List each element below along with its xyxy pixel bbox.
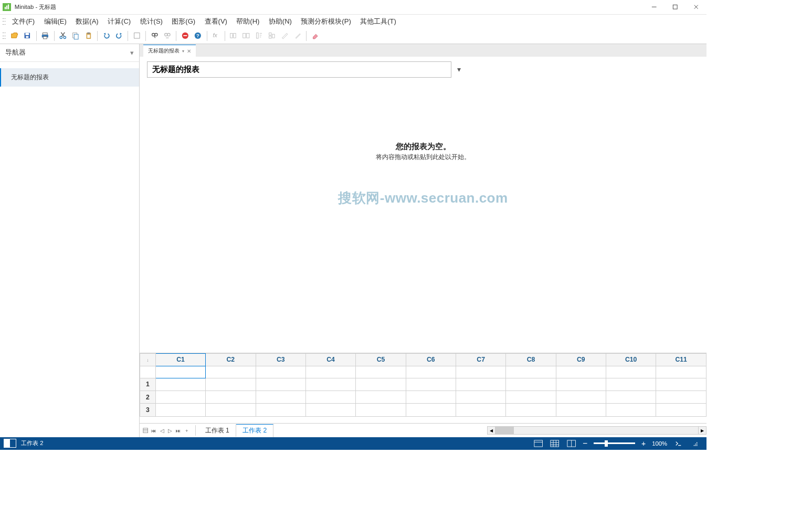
menu-graph[interactable]: 图形(G) (168, 16, 199, 27)
cell[interactable] (506, 378, 556, 391)
column-header[interactable]: C5 (356, 353, 406, 366)
zoom-out-icon[interactable]: − (583, 439, 587, 448)
cell[interactable] (155, 378, 205, 391)
menu-edit[interactable]: 编辑(E) (40, 16, 70, 27)
column-header[interactable]: C4 (305, 353, 355, 366)
cell[interactable] (256, 378, 305, 391)
worksheet-grid[interactable]: ↓ C1 C2 C3 C4 C5 C6 C7 C8 C9 C10 C11 (140, 353, 706, 424)
cell[interactable] (206, 366, 256, 378)
row-header[interactable]: 2 (140, 391, 156, 403)
column-header[interactable]: C2 (206, 353, 256, 366)
cell[interactable] (656, 404, 706, 416)
menu-calc[interactable]: 计算(C) (104, 16, 134, 27)
close-button[interactable] (686, 0, 706, 14)
scroll-thumb[interactable] (495, 427, 514, 434)
cell[interactable] (305, 366, 355, 378)
cell[interactable] (606, 366, 656, 378)
cell[interactable] (606, 391, 656, 403)
cell[interactable] (656, 366, 706, 378)
zoom-level[interactable]: 100% (652, 440, 667, 447)
menu-help[interactable]: 帮助(H) (233, 16, 263, 27)
open-icon[interactable] (9, 30, 21, 42)
menubar-grip[interactable] (3, 17, 6, 26)
menu-stat[interactable]: 统计(S) (136, 16, 166, 27)
prev-sheet-icon[interactable]: ◁ (158, 425, 166, 435)
cell[interactable] (356, 378, 406, 391)
chevron-down-icon[interactable]: ▾ (130, 49, 134, 57)
grid-view-icon[interactable] (142, 425, 150, 435)
next-sheet-icon[interactable]: ▷ (166, 425, 175, 435)
cancel-icon[interactable] (179, 30, 191, 42)
cell[interactable] (305, 391, 355, 403)
navigator-item-report[interactable]: 无标题的报表 (0, 68, 139, 86)
cell[interactable] (155, 391, 205, 403)
cell[interactable] (256, 366, 305, 378)
zoom-in-icon[interactable]: + (641, 439, 646, 448)
worksheet-tab[interactable]: 工作表 1 (198, 424, 236, 437)
cell[interactable] (305, 404, 355, 416)
view-grid-icon[interactable] (550, 439, 560, 448)
close-icon[interactable]: ✕ (187, 48, 191, 54)
copy-icon[interactable] (70, 30, 82, 42)
report-title-dropdown-icon[interactable]: ▾ (455, 62, 463, 76)
cell[interactable] (606, 404, 656, 416)
add-sheet-icon[interactable]: + (183, 425, 191, 435)
cell[interactable] (206, 404, 256, 416)
new-sheet-icon[interactable] (131, 30, 143, 42)
column-header[interactable]: C8 (506, 353, 556, 366)
cell[interactable] (356, 366, 406, 378)
worksheet-tab[interactable]: 工作表 2 (236, 424, 274, 437)
layout-toggle-icon[interactable] (4, 439, 16, 448)
column-header[interactable]: C1 (155, 353, 205, 366)
menu-other[interactable]: 其他工具(T) (356, 16, 400, 27)
column-header[interactable]: C3 (256, 353, 305, 366)
column-header[interactable]: C10 (606, 353, 656, 366)
view-report-icon[interactable] (533, 439, 543, 448)
cell[interactable] (606, 378, 656, 391)
report-title-input[interactable]: 无标题的报表 (147, 61, 451, 78)
resize-grip-icon[interactable] (690, 439, 700, 448)
cell[interactable] (556, 391, 606, 403)
column-header[interactable]: C7 (456, 353, 505, 366)
tab-dropdown-icon[interactable]: ▾ (182, 49, 184, 54)
cell[interactable] (155, 366, 205, 378)
first-sheet-icon[interactable]: ⏮ (150, 425, 158, 435)
cell[interactable] (356, 391, 406, 403)
cell[interactable] (256, 404, 305, 416)
last-sheet-icon[interactable]: ⏭ (174, 425, 183, 435)
scroll-right-icon[interactable]: ▶ (698, 426, 706, 435)
fx-icon[interactable]: fx (210, 30, 222, 42)
column-header[interactable]: C9 (556, 353, 606, 366)
column-header[interactable]: C11 (656, 353, 706, 366)
toolbar-grip[interactable] (3, 31, 6, 40)
undo-icon[interactable] (100, 30, 112, 42)
navigator-header[interactable]: 导航器 ▾ (0, 44, 139, 62)
cell[interactable] (456, 404, 505, 416)
subset-icon[interactable] (240, 30, 252, 42)
cell[interactable] (406, 378, 456, 391)
cell[interactable] (456, 378, 505, 391)
cell[interactable] (506, 404, 556, 416)
cell[interactable] (456, 391, 505, 403)
eraser-icon[interactable] (309, 30, 321, 42)
sort-icon[interactable] (253, 30, 265, 42)
cell[interactable] (656, 378, 706, 391)
cell[interactable] (556, 378, 606, 391)
row-header[interactable]: 3 (140, 404, 156, 416)
grid-corner[interactable]: ↓ (140, 353, 156, 366)
cell[interactable] (356, 404, 406, 416)
row-header[interactable]: 1 (140, 378, 156, 391)
brush-icon[interactable] (279, 30, 291, 42)
minimize-button[interactable] (644, 0, 665, 14)
assign-formula-icon[interactable] (228, 30, 240, 42)
cell[interactable] (656, 391, 706, 403)
cell[interactable] (206, 378, 256, 391)
menu-view[interactable]: 查看(V) (201, 16, 231, 27)
command-line-icon[interactable] (673, 439, 683, 448)
cell[interactable] (206, 391, 256, 403)
view-split-icon[interactable] (566, 439, 576, 448)
save-icon[interactable] (22, 30, 34, 42)
print-icon[interactable] (39, 30, 51, 42)
cell[interactable] (556, 366, 606, 378)
menu-predict[interactable]: 预测分析模块(P) (297, 16, 354, 27)
